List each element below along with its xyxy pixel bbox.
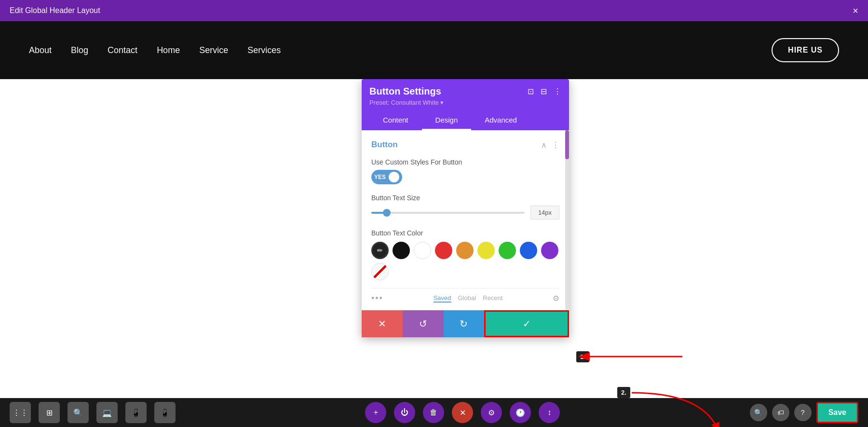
annotation-badge-2: 2. bbox=[617, 387, 630, 398]
section-collapse-button[interactable]: ∧ bbox=[541, 140, 547, 150]
annotation-badge-1: 1. bbox=[576, 351, 589, 362]
toolbar-power-button[interactable]: ⏻ bbox=[394, 402, 415, 423]
toggle-container: YES bbox=[371, 170, 559, 184]
color-swatches: ✏ bbox=[371, 242, 559, 280]
color-tabs: Saved Global Recent bbox=[434, 294, 503, 303]
color-swatch-yellow[interactable] bbox=[477, 242, 495, 259]
toolbar-help-button[interactable]: ? bbox=[794, 404, 812, 421]
nav-link-about[interactable]: About bbox=[29, 45, 52, 55]
title-bar: Edit Global Header Layout × bbox=[0, 0, 868, 21]
button-settings-panel: Button Settings ⊡ ⊟ ⋮ Preset: Consultant… bbox=[362, 79, 569, 337]
toolbar-settings-button[interactable]: ⚙ bbox=[481, 402, 502, 423]
toolbar-grid-button[interactable]: ⊞ bbox=[39, 402, 60, 423]
nav-link-blog[interactable]: Blog bbox=[71, 45, 88, 55]
slider-thumb[interactable] bbox=[383, 209, 391, 217]
nav-link-service[interactable]: Service bbox=[199, 45, 228, 55]
custom-styles-label: Use Custom Styles For Button bbox=[371, 158, 559, 166]
save-button[interactable]: Save bbox=[816, 402, 858, 423]
color-swatch-white[interactable] bbox=[414, 242, 431, 259]
toolbar-tablet-button[interactable]: 📱 bbox=[125, 402, 147, 423]
color-swatch-orange[interactable] bbox=[456, 242, 474, 259]
panel-header: Button Settings ⊡ ⊟ ⋮ Preset: Consultant… bbox=[362, 79, 569, 130]
text-color-setting: Button Text Color ✏ bbox=[371, 229, 559, 310]
panel-actions: ✕ ↺ ↻ ✓ bbox=[362, 310, 569, 337]
tab-advanced[interactable]: Advanced bbox=[471, 111, 530, 130]
color-swatch-blue[interactable] bbox=[520, 242, 537, 259]
nav-links: About Blog Contact Home Service Services bbox=[29, 45, 281, 55]
color-footer: ••• Saved Global Recent ⚙ bbox=[371, 288, 559, 310]
nav-link-contact[interactable]: Contact bbox=[108, 45, 137, 55]
panel-more-icon[interactable]: ⋮ bbox=[554, 87, 561, 96]
text-size-label: Button Text Size bbox=[371, 194, 559, 202]
panel-title: Button Settings bbox=[369, 86, 441, 97]
panel-preset[interactable]: Preset: Consultant White ▾ bbox=[369, 99, 561, 106]
header-nav: About Blog Contact Home Service Services… bbox=[0, 21, 868, 79]
title-bar-close-button[interactable]: × bbox=[853, 5, 858, 16]
confirm-button[interactable]: ✓ bbox=[484, 310, 569, 337]
color-more-dots[interactable]: ••• bbox=[371, 293, 383, 303]
panel-layout-icon[interactable]: ⊟ bbox=[541, 87, 547, 96]
color-swatch-green[interactable] bbox=[499, 242, 516, 259]
slider-track[interactable] bbox=[371, 212, 525, 214]
toolbar-right: 🔍 🏷 ? Save bbox=[750, 402, 858, 423]
toolbar-center: + ⏻ 🗑 ✕ ⚙ 🕐 ↕ bbox=[365, 402, 560, 423]
nav-link-services[interactable]: Services bbox=[247, 45, 281, 55]
toolbar-desktop-button[interactable]: 💻 bbox=[96, 402, 118, 423]
panel-tabs: Content Design Advanced bbox=[369, 111, 561, 130]
panel-expand-icon[interactable]: ⊡ bbox=[528, 87, 534, 96]
bottom-toolbar: ⋮⋮ ⊞ 🔍 💻 📱 📱 + ⏻ 🗑 ✕ ⚙ 🕐 ↕ 🔍 🏷 ? Sav bbox=[0, 398, 868, 427]
section-more-button[interactable]: ⋮ bbox=[552, 140, 559, 150]
section-header: Button ∧ ⋮ bbox=[371, 140, 559, 150]
toolbar-close-button[interactable]: ✕ bbox=[452, 402, 473, 423]
toolbar-menu-button[interactable]: ⋮⋮ bbox=[10, 402, 31, 423]
redo-button[interactable]: ↻ bbox=[444, 310, 485, 337]
color-swatch-red[interactable] bbox=[435, 242, 452, 259]
toolbar-mobile-button[interactable]: 📱 bbox=[154, 402, 176, 423]
color-settings-icon[interactable]: ⚙ bbox=[553, 294, 559, 303]
color-swatch-black[interactable] bbox=[393, 242, 410, 259]
content-area: About Blog Contact Home Service Services… bbox=[0, 21, 868, 427]
app-wrapper: Edit Global Header Layout × About Blog C… bbox=[0, 0, 868, 427]
custom-styles-toggle[interactable]: YES bbox=[371, 170, 402, 184]
undo-button[interactable]: ↺ bbox=[403, 310, 444, 337]
cancel-button[interactable]: ✕ bbox=[362, 310, 403, 337]
canvas-area: Button Settings ⊡ ⊟ ⋮ Preset: Consultant… bbox=[0, 79, 868, 398]
tab-design[interactable]: Design bbox=[422, 111, 472, 130]
hire-us-button[interactable]: HIRE US bbox=[772, 38, 839, 62]
color-swatch-purple[interactable] bbox=[541, 242, 558, 259]
toggle-knob bbox=[389, 172, 399, 182]
color-swatch-none[interactable] bbox=[371, 263, 389, 280]
toolbar-search-right-button[interactable]: 🔍 bbox=[750, 404, 767, 421]
color-tab-recent[interactable]: Recent bbox=[483, 294, 502, 303]
toggle-yes-label: YES bbox=[374, 174, 386, 180]
panel-header-top: Button Settings ⊡ ⊟ ⋮ bbox=[369, 86, 561, 97]
toolbar-add-button[interactable]: + bbox=[365, 402, 386, 423]
slider-container: 14px bbox=[371, 206, 559, 220]
toolbar-layout-button[interactable]: ↕ bbox=[539, 402, 560, 423]
toolbar-left: ⋮⋮ ⊞ 🔍 💻 📱 📱 bbox=[10, 402, 176, 423]
text-color-label: Button Text Color bbox=[371, 229, 559, 237]
arrow-1 bbox=[576, 347, 682, 366]
color-tab-saved[interactable]: Saved bbox=[434, 294, 451, 303]
toolbar-delete-button[interactable]: 🗑 bbox=[423, 402, 444, 423]
section-controls: ∧ ⋮ bbox=[541, 140, 559, 150]
panel-header-icons: ⊡ ⊟ ⋮ bbox=[528, 87, 561, 96]
toolbar-layers-button[interactable]: 🏷 bbox=[772, 404, 789, 421]
text-size-setting: Button Text Size 14px bbox=[371, 194, 559, 220]
panel-body: Button ∧ ⋮ Use Custom Styles For Button … bbox=[362, 130, 569, 310]
color-swatch-pencil[interactable]: ✏ bbox=[371, 242, 389, 259]
color-tab-global[interactable]: Global bbox=[458, 294, 476, 303]
title-bar-title: Edit Global Header Layout bbox=[10, 6, 100, 15]
slider-value[interactable]: 14px bbox=[530, 206, 559, 220]
section-title: Button bbox=[371, 140, 398, 150]
panel-scrollbar-thumb bbox=[565, 130, 569, 159]
custom-styles-setting: Use Custom Styles For Button YES bbox=[371, 158, 559, 184]
toolbar-history-button[interactable]: 🕐 bbox=[510, 402, 531, 423]
tab-content[interactable]: Content bbox=[369, 111, 422, 130]
panel-scrollbar[interactable] bbox=[565, 130, 569, 310]
nav-link-home[interactable]: Home bbox=[157, 45, 180, 55]
toolbar-search-button[interactable]: 🔍 bbox=[68, 402, 89, 423]
